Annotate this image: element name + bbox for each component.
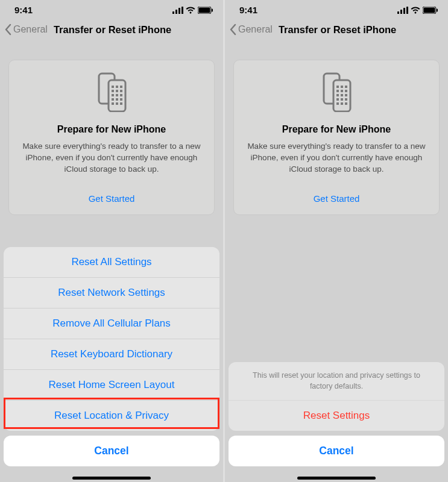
- reset-keyboard-dictionary-item[interactable]: Reset Keyboard Dictionary: [4, 339, 219, 369]
- svg-rect-39: [336, 94, 339, 96]
- battery-icon: [198, 7, 213, 14]
- svg-rect-36: [336, 90, 339, 92]
- card-title: Prepare for New iPhone: [245, 124, 428, 135]
- svg-rect-3: [181, 7, 183, 14]
- confirm-sheet: This will reset your location and privac…: [225, 358, 448, 482]
- signal-icon: [397, 7, 408, 14]
- home-indicator[interactable]: [72, 477, 151, 480]
- svg-rect-43: [341, 98, 343, 101]
- svg-rect-25: [400, 10, 402, 14]
- svg-rect-20: [120, 98, 122, 101]
- confirm-group: This will reset your location and privac…: [229, 362, 444, 431]
- nav-bar: General Transfer or Reset iPhone: [0, 17, 223, 42]
- cancel-button[interactable]: Cancel: [4, 436, 219, 466]
- svg-rect-10: [116, 86, 118, 88]
- reset-all-settings-item[interactable]: Reset All Settings: [4, 247, 219, 277]
- svg-rect-34: [341, 86, 343, 88]
- home-indicator[interactable]: [297, 477, 376, 480]
- svg-rect-11: [120, 86, 122, 88]
- svg-rect-33: [336, 86, 339, 88]
- svg-rect-22: [116, 102, 118, 105]
- svg-rect-16: [116, 94, 118, 96]
- svg-rect-17: [120, 94, 122, 96]
- svg-rect-18: [112, 98, 114, 101]
- status-icons: [397, 7, 438, 14]
- svg-rect-37: [341, 90, 343, 92]
- status-time: 9:41: [239, 5, 257, 15]
- get-started-link[interactable]: Get Started: [20, 193, 203, 204]
- battery-icon: [423, 7, 438, 14]
- svg-rect-2: [178, 8, 180, 14]
- svg-rect-23: [120, 102, 122, 105]
- nav-bar: General Transfer or Reset iPhone: [225, 17, 448, 42]
- svg-rect-6: [212, 8, 213, 11]
- svg-rect-5: [199, 7, 210, 13]
- svg-rect-9: [112, 86, 114, 88]
- svg-rect-26: [403, 8, 405, 14]
- svg-rect-24: [397, 11, 399, 14]
- svg-rect-19: [116, 98, 118, 101]
- svg-rect-44: [345, 98, 347, 101]
- svg-rect-15: [112, 94, 114, 96]
- svg-rect-46: [341, 102, 343, 105]
- status-bar: 9:41: [0, 0, 223, 17]
- confirm-message: This will reset your location and privac…: [229, 362, 444, 400]
- svg-rect-42: [336, 98, 339, 101]
- svg-rect-13: [116, 90, 118, 92]
- chevron-left-icon: [4, 23, 12, 36]
- phone-transfer-icon: [20, 72, 203, 114]
- wifi-icon: [411, 7, 420, 14]
- reset-settings-button[interactable]: Reset Settings: [229, 400, 444, 431]
- phone-transfer-icon: [245, 72, 428, 114]
- svg-rect-21: [112, 102, 114, 105]
- svg-rect-45: [336, 102, 339, 105]
- wifi-icon: [186, 7, 195, 14]
- svg-rect-1: [175, 10, 177, 14]
- prepare-card: Prepare for New iPhone Make sure everyth…: [8, 60, 215, 215]
- card-title: Prepare for New iPhone: [20, 124, 203, 135]
- get-started-link[interactable]: Get Started: [245, 193, 428, 204]
- page-title: Transfer or Reset iPhone: [279, 24, 396, 36]
- card-description: Make sure everything's ready to transfer…: [245, 141, 428, 175]
- status-bar: 9:41: [225, 0, 448, 17]
- back-label: General: [238, 24, 273, 35]
- svg-rect-12: [112, 90, 114, 92]
- back-button[interactable]: General: [4, 23, 48, 36]
- status-time: 9:41: [14, 5, 33, 15]
- back-label: General: [13, 24, 48, 35]
- card-description: Make sure everything's ready to transfer…: [20, 141, 203, 175]
- reset-network-settings-item[interactable]: Reset Network Settings: [4, 277, 219, 308]
- svg-rect-38: [345, 90, 347, 92]
- svg-rect-30: [437, 8, 438, 11]
- page-title: Transfer or Reset iPhone: [54, 24, 171, 36]
- svg-rect-29: [424, 7, 435, 13]
- back-button[interactable]: General: [229, 23, 273, 36]
- remove-cellular-plans-item[interactable]: Remove All Cellular Plans: [4, 308, 219, 339]
- action-sheet-group: Reset All Settings Reset Network Setting…: [4, 247, 219, 431]
- phone-right: 9:41 General Transfer or Reset iPhone: [225, 0, 448, 482]
- svg-rect-27: [406, 7, 408, 14]
- svg-rect-35: [345, 86, 347, 88]
- phone-left: 9:41 General Transfer or Reset iPhone: [0, 0, 223, 482]
- signal-icon: [172, 7, 183, 14]
- svg-rect-41: [345, 94, 347, 96]
- status-icons: [172, 7, 213, 14]
- svg-rect-47: [345, 102, 347, 105]
- cancel-button[interactable]: Cancel: [229, 436, 444, 466]
- svg-rect-14: [120, 90, 122, 92]
- reset-location-privacy-item[interactable]: Reset Location & Privacy: [4, 400, 219, 431]
- action-sheet: Reset All Settings Reset Network Setting…: [0, 243, 223, 482]
- svg-rect-0: [172, 11, 174, 14]
- reset-home-screen-item[interactable]: Reset Home Screen Layout: [4, 369, 219, 400]
- prepare-card: Prepare for New iPhone Make sure everyth…: [233, 60, 440, 215]
- svg-rect-40: [341, 94, 343, 96]
- chevron-left-icon: [229, 23, 237, 36]
